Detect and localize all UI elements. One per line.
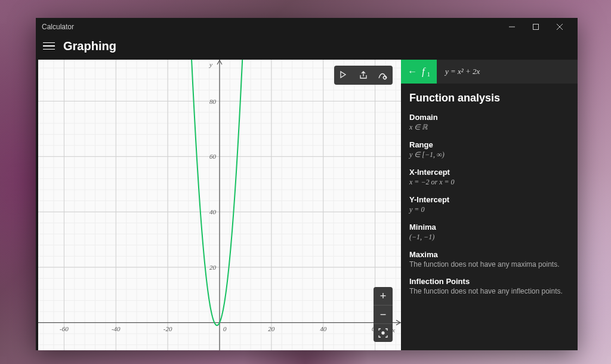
svg-text:-60: -60 <box>60 325 69 332</box>
analysis-title: Function analysis <box>409 92 569 104</box>
svg-point-92 <box>382 332 384 334</box>
property-label: X-Intercept <box>409 168 569 177</box>
side-panel: ← f 1 y = x² + 2x Function analysis Doma… <box>401 60 578 350</box>
zoom-in-button[interactable]: + <box>374 287 393 305</box>
svg-text:60: 60 <box>209 153 217 160</box>
app-header: Graphing <box>36 36 578 60</box>
reset-view-button[interactable] <box>374 324 393 342</box>
property-value: y ∈ [−1, ∞) <box>409 150 569 159</box>
close-button[interactable] <box>548 18 572 36</box>
property-value: y = 0 <box>409 205 569 214</box>
property-label: Range <box>409 140 569 149</box>
property-label: Y-Intercept <box>409 195 569 204</box>
graph-pane[interactable]: -60-40-20204060204060800xy + − <box>38 60 401 350</box>
content: -60-40-20204060204060800xy + − <box>36 60 578 350</box>
svg-text:-20: -20 <box>163 325 172 332</box>
minimize-button[interactable] <box>500 18 524 36</box>
property-label: Maxima <box>409 250 569 259</box>
svg-text:40: 40 <box>209 208 217 215</box>
property-value: x ∈ ℝ <box>409 123 569 132</box>
hamburger-menu-icon[interactable] <box>43 42 55 50</box>
zoom-controls: + − <box>374 287 393 342</box>
svg-text:-40: -40 <box>112 325 121 332</box>
analysis-panel: Function analysis Domainx ∈ ℝRangey ∈ [−… <box>401 84 578 350</box>
property-value: The function does not have any maxima po… <box>409 260 569 269</box>
svg-text:y: y <box>209 61 212 68</box>
app-window: Calculator Graphing -60-40-2020406020406… <box>36 18 578 350</box>
svg-text:0: 0 <box>223 325 227 332</box>
back-to-functions-button[interactable]: ← f 1 <box>401 60 437 84</box>
svg-text:80: 80 <box>209 98 217 105</box>
analysis-property: Minima(−1, −1) <box>409 223 569 242</box>
analysis-property: MaximaThe function does not have any max… <box>409 250 569 269</box>
function-header: ← f 1 y = x² + 2x <box>401 60 578 84</box>
analysis-property: Domainx ∈ ℝ <box>409 113 569 132</box>
analysis-property: Rangey ∈ [−1, ∞) <box>409 140 569 159</box>
property-value: The function does not have any inflectio… <box>409 287 569 295</box>
mode-title: Graphing <box>63 39 116 53</box>
property-value: x = −2 or x = 0 <box>409 178 569 187</box>
svg-text:40: 40 <box>320 325 327 332</box>
trace-tool-button[interactable] <box>335 67 353 84</box>
property-value: (−1, −1) <box>409 233 569 242</box>
analysis-property: Y-Intercepty = 0 <box>409 195 569 214</box>
titlebar: Calculator <box>36 18 578 36</box>
svg-text:20: 20 <box>209 264 217 271</box>
svg-text:20: 20 <box>268 325 275 332</box>
function-symbol: f <box>422 66 424 77</box>
graph-toolbar <box>334 66 393 85</box>
graph-canvas[interactable]: -60-40-20204060204060800xy <box>38 60 401 350</box>
share-button[interactable] <box>354 67 372 84</box>
window-title: Calculator <box>42 23 74 31</box>
property-label: Inflection Points <box>409 277 569 286</box>
svg-rect-1 <box>533 24 539 30</box>
function-expression: y = x² + 2x <box>437 60 578 84</box>
function-subscript: 1 <box>427 71 430 78</box>
zoom-out-button[interactable]: − <box>374 306 393 323</box>
back-arrow-icon: ← <box>408 66 417 77</box>
maximize-button[interactable] <box>524 18 548 36</box>
graph-options-button[interactable] <box>374 67 391 84</box>
analysis-property: Inflection PointsThe function does not h… <box>409 277 569 295</box>
property-label: Minima <box>409 223 569 232</box>
analysis-property: X-Interceptx = −2 or x = 0 <box>409 168 569 187</box>
property-label: Domain <box>409 113 569 122</box>
